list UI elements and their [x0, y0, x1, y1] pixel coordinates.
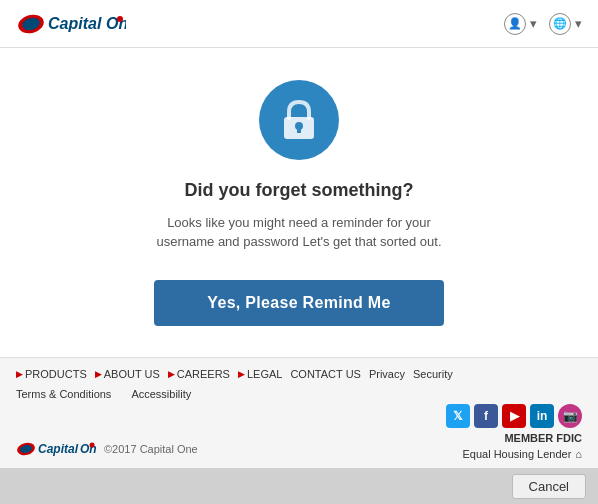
linkedin-icon[interactable]: in — [530, 404, 554, 428]
remind-me-button[interactable]: Yes, Please Remind Me — [154, 280, 444, 326]
arrow-about: ▶ — [95, 369, 102, 379]
globe-icon: 🌐 — [549, 13, 571, 35]
capital-one-logo: Capital One — [16, 9, 126, 39]
equal-housing-label: Equal Housing Lender — [462, 448, 571, 460]
youtube-icon[interactable]: ▶ — [502, 404, 526, 428]
footer-copyright: ©2017 Capital One — [104, 443, 198, 455]
instagram-icon[interactable]: 📷 — [558, 404, 582, 428]
arrow-legal: ▶ — [238, 369, 245, 379]
main-content: Did you forget something? Looks like you… — [0, 48, 598, 357]
facebook-icon[interactable]: f — [474, 404, 498, 428]
svg-rect-7 — [297, 128, 301, 133]
svg-text:Capital: Capital — [38, 442, 79, 456]
header: Capital One 👤 ▾ 🌐 ▾ — [0, 0, 598, 48]
lock-icon — [279, 98, 319, 142]
user-menu[interactable]: 👤 ▾ — [504, 13, 537, 35]
arrow-careers: ▶ — [168, 369, 175, 379]
forgot-title: Did you forget something? — [185, 180, 414, 201]
footer-link-security[interactable]: Security — [413, 368, 453, 380]
twitter-icon[interactable]: 𝕏 — [446, 404, 470, 428]
svg-text:Capital: Capital — [48, 15, 102, 32]
footer-links-row2: Terms & Conditions Accessibility — [16, 388, 582, 400]
language-menu[interactable]: 🌐 ▾ — [549, 13, 582, 35]
footer-logo-area: Capital One ©2017 Capital One — [16, 438, 198, 460]
user-dropdown-arrow: ▾ — [530, 16, 537, 31]
footer-link-legal[interactable]: LEGAL — [247, 368, 282, 380]
svg-point-4 — [117, 16, 123, 22]
language-dropdown-arrow: ▾ — [575, 16, 582, 31]
footer-link-terms[interactable]: Terms & Conditions — [16, 388, 111, 400]
svg-text:One: One — [106, 15, 126, 32]
equal-housing-icon: ⌂ — [575, 448, 582, 460]
footer-logo: Capital One — [16, 438, 96, 460]
header-icons: 👤 ▾ 🌐 ▾ — [504, 13, 582, 35]
svg-point-12 — [90, 443, 95, 448]
bottom-bar: Cancel — [0, 468, 598, 504]
cancel-button[interactable]: Cancel — [512, 474, 586, 499]
logo: Capital One — [16, 9, 126, 39]
footer-link-products[interactable]: PRODUCTS — [25, 368, 87, 380]
footer-link-careers[interactable]: CAREERS — [177, 368, 230, 380]
footer: ▶ PRODUCTS ▶ ABOUT US ▶ CAREERS ▶ LEGAL … — [0, 357, 598, 468]
footer-link-accessibility[interactable]: Accessibility — [131, 388, 191, 400]
equal-housing: Equal Housing Lender ⌂ — [462, 448, 582, 460]
footer-right: 𝕏 f ▶ in 📷 MEMBER FDIC Equal Housing Len… — [446, 404, 582, 460]
lock-icon-container — [259, 80, 339, 160]
footer-link-contact[interactable]: CONTACT US — [290, 368, 361, 380]
forgot-description: Looks like you might need a reminder for… — [149, 213, 449, 252]
member-fdic: MEMBER FDIC — [504, 432, 582, 444]
social-icons: 𝕏 f ▶ in 📷 — [446, 404, 582, 428]
footer-bottom: Capital One ©2017 Capital One 𝕏 f ▶ in 📷… — [16, 404, 582, 460]
footer-link-privacy[interactable]: Privacy — [369, 368, 405, 380]
user-icon: 👤 — [504, 13, 526, 35]
footer-link-about[interactable]: ABOUT US — [104, 368, 160, 380]
arrow-products: ▶ — [16, 369, 23, 379]
footer-links-row1: ▶ PRODUCTS ▶ ABOUT US ▶ CAREERS ▶ LEGAL … — [16, 368, 582, 380]
